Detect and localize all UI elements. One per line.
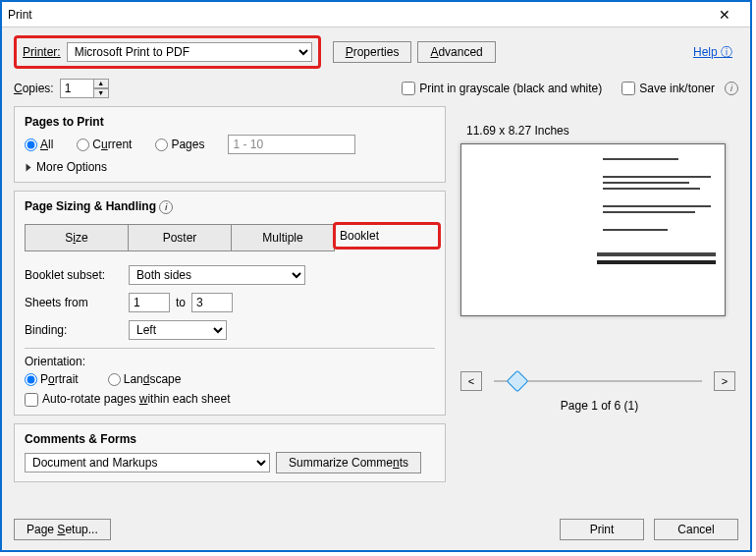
subset-select[interactable]: Both sides	[129, 265, 305, 285]
slider-thumb-icon[interactable]	[507, 370, 529, 393]
radio-pages[interactable]: Pages	[155, 138, 204, 151]
close-icon[interactable]: ✕	[705, 7, 744, 23]
preview-content	[603, 158, 711, 268]
page-nav-row: < >	[460, 371, 735, 391]
printer-label: Printer:	[23, 45, 61, 59]
window-title: Print	[8, 8, 705, 22]
chevron-right-icon	[27, 164, 31, 172]
tab-booklet[interactable]: Booklet	[340, 229, 434, 243]
titlebar: Print ✕	[2, 2, 750, 28]
binding-select[interactable]: Left	[129, 320, 227, 340]
autorotate-checkbox[interactable]: Auto-rotate pages within each sheet	[25, 392, 435, 407]
sheets-to-input[interactable]	[191, 293, 233, 312]
pages-range-input[interactable]	[228, 135, 355, 154]
copies-up-icon[interactable]: ▲	[93, 79, 109, 88]
advanced-button[interactable]: Advanced	[417, 41, 495, 63]
page-slider[interactable]	[488, 371, 708, 391]
orientation-title: Orientation:	[25, 355, 435, 368]
page-setup-button[interactable]: Page Setup...	[14, 519, 111, 540]
copies-label: Copies:	[14, 82, 54, 95]
page-sizing-panel: Page Sizing & Handling i Size Poster Mul…	[14, 191, 446, 416]
print-dialog: Print ✕ Printer: Microsoft Print to PDF …	[0, 0, 752, 552]
prev-page-button[interactable]: <	[460, 371, 482, 391]
tab-multiple[interactable]: Multiple	[231, 224, 335, 251]
preview-column: 11.69 x 8.27 Inches <	[460, 124, 738, 413]
summarize-comments-button[interactable]: Summarize Comments	[276, 452, 421, 473]
binding-label: Binding:	[25, 323, 123, 337]
printer-highlight: Printer: Microsoft Print to PDF	[14, 35, 321, 69]
info-icon[interactable]: i	[725, 82, 738, 95]
sheets-from-input[interactable]	[129, 293, 170, 312]
page-indicator: Page 1 of 6 (1)	[460, 399, 738, 413]
printer-row: Printer: Microsoft Print to PDF Properti…	[14, 35, 738, 69]
copies-down-icon[interactable]: ▼	[93, 88, 109, 98]
help-link[interactable]: Help ⓘ	[693, 44, 738, 61]
cancel-button[interactable]: Cancel	[654, 519, 738, 540]
comments-forms-panel: Comments & Forms Document and Markups Su…	[14, 423, 446, 482]
radio-all[interactable]: All	[25, 138, 53, 151]
copies-input[interactable]	[60, 79, 93, 98]
next-page-button[interactable]: >	[714, 371, 735, 391]
more-options-toggle[interactable]: More Options	[25, 160, 435, 174]
subset-label: Booklet subset:	[25, 268, 123, 282]
print-button[interactable]: Print	[560, 519, 644, 540]
copies-row: Copies: ▲ ▼ Print in grayscale (black an…	[14, 79, 738, 98]
grayscale-checkbox[interactable]: Print in grayscale (black and white)	[402, 82, 602, 96]
info-icon[interactable]: i	[159, 200, 173, 214]
sheets-from-label: Sheets from	[25, 296, 123, 309]
footer-bar: Page Setup... Print Cancel	[14, 519, 738, 540]
copies-spinbox[interactable]: ▲ ▼	[60, 79, 109, 98]
radio-portrait[interactable]: Portrait	[25, 372, 79, 386]
save-ink-checkbox[interactable]: Save ink/toner	[621, 82, 715, 96]
preview-dimensions: 11.69 x 8.27 Inches	[466, 124, 738, 138]
preview-box	[460, 143, 726, 316]
comments-select[interactable]: Document and Markups	[25, 453, 270, 473]
pages-to-print-panel: Pages to Print All Current Pages More Op…	[14, 106, 446, 183]
page-sizing-title: Page Sizing & Handling i	[25, 199, 435, 214]
pages-to-print-title: Pages to Print	[25, 115, 435, 129]
properties-button[interactable]: Properties	[333, 41, 412, 63]
tab-size[interactable]: Size	[25, 224, 129, 251]
sheets-to-label: to	[176, 296, 186, 309]
radio-landscape[interactable]: Landscape	[108, 372, 182, 386]
radio-current[interactable]: Current	[77, 138, 132, 151]
booklet-highlight: Booklet	[333, 222, 441, 250]
printer-select[interactable]: Microsoft Print to PDF	[67, 42, 312, 62]
comments-title: Comments & Forms	[25, 432, 435, 446]
tab-poster[interactable]: Poster	[128, 224, 232, 251]
